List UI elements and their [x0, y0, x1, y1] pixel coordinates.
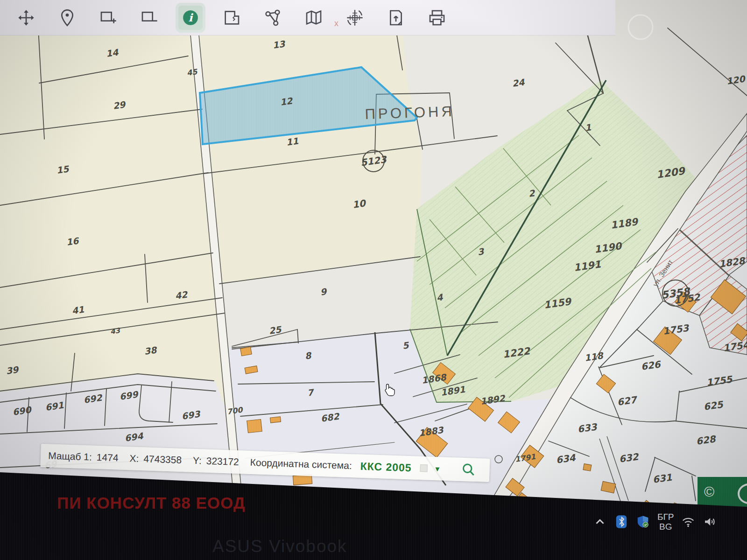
- windows-security-icon[interactable]: [636, 515, 650, 529]
- parcel-label: 24: [511, 77, 525, 89]
- language-primary: БГР: [657, 512, 674, 522]
- location-pin-button[interactable]: [55, 6, 79, 30]
- zoom-in-box-button[interactable]: [96, 6, 120, 30]
- device-brand-text: ASUS Vivobook: [212, 537, 347, 556]
- map-button[interactable]: [302, 6, 326, 30]
- crs-dropdown-caret[interactable]: ▼: [434, 464, 441, 472]
- parcel-label: 16: [65, 235, 80, 247]
- zoom-out-box-button[interactable]: [137, 6, 162, 30]
- crs-small-box: [420, 464, 428, 472]
- parcel-label: 15: [56, 163, 70, 175]
- parcel-label: 14: [105, 47, 119, 59]
- hidden-icons-chevron[interactable]: [593, 515, 607, 529]
- parcel-label: 43: [110, 326, 121, 336]
- scale-value: 1474: [96, 452, 118, 464]
- export-page-button[interactable]: [384, 6, 408, 30]
- coordinate-axes-button[interactable]: [343, 6, 367, 30]
- crs-label: Координатна система:: [250, 457, 352, 471]
- volume-icon[interactable]: [703, 515, 717, 529]
- polygon-measure-button[interactable]: [219, 6, 244, 30]
- watermark-text: ПИ КОНСУЛТ 88 ЕООД: [57, 494, 246, 512]
- pan-tool-button[interactable]: [14, 6, 38, 30]
- parcel-label: 42: [174, 289, 189, 301]
- bluetooth-icon[interactable]: [614, 515, 628, 529]
- info-tool-button[interactable]: i: [178, 6, 203, 30]
- x-label: X:: [129, 453, 139, 464]
- map-copyright-box: ©: [698, 477, 747, 507]
- toolbar: i: [0, 0, 615, 35]
- parcel-label: 10: [352, 197, 367, 210]
- stray-red-x-mark: x: [334, 19, 338, 28]
- copyright-symbol: ©: [704, 484, 714, 500]
- parcel-label: 29: [112, 99, 127, 111]
- taskbar: БГР BG: [593, 508, 747, 536]
- parcel-label: 41: [71, 304, 85, 315]
- x-value: 4743358: [143, 453, 182, 466]
- parcel-label: 13: [272, 38, 286, 50]
- parcel-label: 38: [143, 344, 158, 357]
- language-indicator[interactable]: БГР BG: [657, 512, 674, 532]
- share-nodes-button[interactable]: [261, 6, 285, 30]
- place-label: ПРОГОНЯ: [365, 103, 455, 123]
- y-label: Y:: [193, 455, 202, 467]
- search-magnifier-icon[interactable]: [461, 462, 476, 477]
- language-secondary: BG: [657, 522, 674, 532]
- scale-label: Мащаб 1:: [48, 450, 92, 463]
- parcel-label: 39: [5, 364, 20, 376]
- crs-value[interactable]: ККС 2005: [360, 460, 412, 474]
- parcel-label: 11: [285, 135, 299, 147]
- parcel-label: 25: [268, 324, 282, 336]
- laptop-screen-photo: ПРОГОНЯ ул. Зенит 1429151641424338396906…: [0, 0, 747, 560]
- print-button[interactable]: [425, 6, 449, 30]
- parcel-label: 12: [279, 95, 294, 107]
- wifi-icon[interactable]: [681, 515, 695, 529]
- y-value: 323172: [206, 455, 239, 468]
- copyright-partial-glyph: [738, 483, 747, 504]
